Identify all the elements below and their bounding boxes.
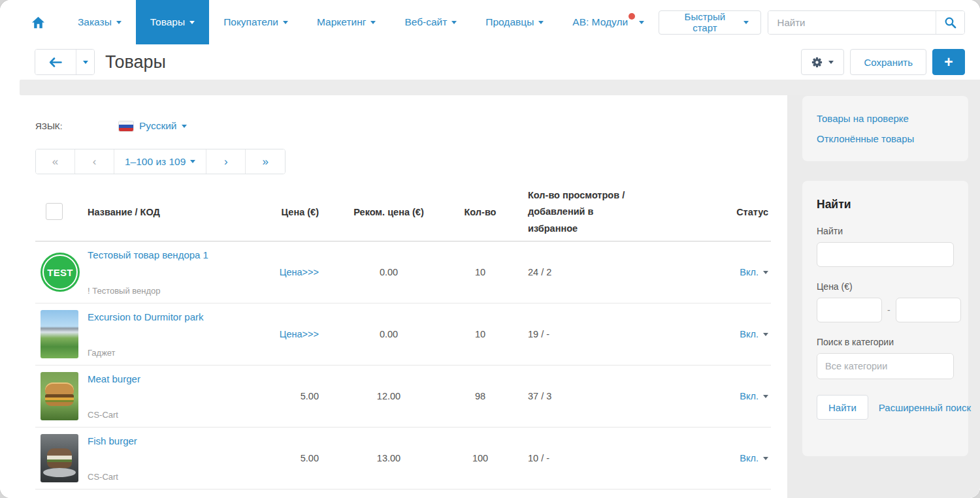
chevron-down-icon (763, 457, 768, 460)
price-to-input[interactable] (896, 298, 961, 322)
advanced-search-link[interactable]: Расширенный поиск (879, 402, 971, 413)
back-dropdown-button[interactable] (76, 50, 94, 74)
product-price[interactable]: Цена>>> (280, 267, 319, 277)
nav-menu-item[interactable]: Товары (136, 0, 209, 44)
top-search (768, 10, 965, 35)
sidebar-link[interactable]: Товары на проверке (817, 113, 954, 124)
chevron-down-icon (116, 21, 122, 24)
product-views: 19 / - (528, 329, 549, 339)
product-row: Excursion to Durmitor park Гаджет Цена>>… (35, 303, 771, 366)
product-views: 24 / 2 (528, 267, 551, 277)
status-value: Вкл. (740, 329, 759, 339)
product-thumbnail[interactable] (41, 310, 78, 358)
chevron-down-icon (83, 61, 88, 64)
product-thumbnail[interactable]: TEST (41, 253, 80, 292)
back-arrow-icon (49, 57, 62, 67)
chevron-down-icon (190, 160, 195, 163)
product-name-link[interactable]: Excursion to Durmitor park (88, 311, 269, 324)
header-name[interactable]: Название / КОД (88, 203, 276, 221)
status-value: Вкл. (740, 453, 759, 463)
category-input[interactable] (817, 354, 954, 379)
search-panel-title: Найти (817, 198, 954, 211)
app-window: Заказы Товары Покупатели Маркетинг Веб-с… (0, 0, 980, 498)
product-thumbnail[interactable] (41, 372, 78, 420)
select-all-checkbox[interactable] (46, 203, 63, 220)
header-views: Кол-во просмотров / добавлений в избранн… (502, 183, 644, 241)
price-range-row: - (817, 298, 954, 322)
products-main: ЯЗЫК: Русский « ‹ 1–100 из 109 › » (0, 95, 787, 490)
pagination-last-button[interactable]: » (246, 149, 285, 174)
nav-menu-item[interactable]: АВ: Модули (558, 0, 659, 44)
chevron-down-icon (828, 61, 834, 64)
product-vendor: ! Тестовый вендор (88, 286, 269, 296)
header-price[interactable]: Цена (€) (276, 203, 319, 221)
product-name-link[interactable]: Fish burger (88, 435, 269, 448)
chevron-down-icon (639, 21, 644, 24)
top-navigation: Заказы Товары Покупатели Маркетинг Веб-с… (0, 0, 980, 44)
pagination-next-button[interactable]: › (206, 149, 246, 174)
product-name-link[interactable]: Тестовый товар вендора 1 (88, 249, 269, 262)
product-quantity: 10 (475, 329, 485, 339)
products-table-header: Название / КОД Цена (€) Реком. цена (€) … (35, 183, 771, 241)
product-price[interactable]: Цена>>> (280, 329, 319, 339)
chevron-down-icon (189, 21, 195, 24)
topnav-right: Быстрый старт (659, 0, 980, 44)
chevron-down-icon (370, 21, 376, 24)
add-product-button[interactable]: + (932, 49, 965, 75)
product-name-link[interactable]: Meat burger (88, 373, 269, 386)
language-dropdown[interactable]: Русский (119, 120, 187, 132)
status-dropdown[interactable]: Вкл. (740, 453, 768, 463)
nav-menu-item[interactable]: Маркетинг (302, 0, 390, 44)
thumbnail-text: TEST (41, 253, 80, 292)
pagination-first-button[interactable]: « (36, 149, 75, 174)
page-toolbar: Товары Сохранить + (0, 44, 980, 80)
pagination-range-label: 1–100 из 109 (125, 156, 186, 168)
right-sidebar: Товары на проверкеОтклонённые товары Най… (787, 80, 980, 498)
pagination-range-dropdown[interactable]: 1–100 из 109 (114, 149, 206, 174)
content-divider-strip (20, 80, 960, 95)
settings-gear-button[interactable] (801, 49, 844, 75)
price-from-input[interactable] (817, 298, 882, 322)
header-qty[interactable]: Кол-во (459, 203, 502, 221)
nav-menu-item[interactable]: Продавцы (471, 0, 558, 44)
save-button[interactable]: Сохранить (850, 49, 926, 75)
back-button[interactable] (35, 50, 76, 74)
product-quantity: 98 (475, 391, 485, 401)
home-button[interactable] (22, 0, 54, 44)
chevron-down-icon (763, 395, 768, 398)
product-quantity: 100 (472, 453, 488, 463)
status-dropdown[interactable]: Вкл. (740, 267, 768, 277)
search-keyword-input[interactable] (817, 242, 954, 267)
chevron-down-icon (763, 333, 768, 336)
sidebar-link[interactable]: Отклонённые товары (817, 133, 954, 144)
products-table-body: TEST Тестовый товар вендора 1 ! Тестовый… (35, 241, 771, 490)
product-rec-price: 12.00 (377, 391, 400, 401)
search-submit-button[interactable]: Найти (817, 395, 868, 420)
quick-links-panel: Товары на проверкеОтклонённые товары (802, 96, 968, 161)
search-icon (944, 16, 956, 29)
chevron-down-icon (283, 21, 288, 24)
search-panel: Найти Найти Цена (€) - Поиск в категории (802, 181, 968, 456)
product-quantity: 10 (475, 267, 485, 277)
nav-menu-item[interactable]: Веб-сайт (390, 0, 471, 44)
search-button[interactable] (936, 11, 964, 34)
header-rec-price[interactable]: Реком. цена (€) (319, 203, 459, 221)
nav-menu-item[interactable]: Заказы (63, 0, 136, 44)
pagination-prev-button[interactable]: ‹ (75, 149, 114, 174)
status-dropdown[interactable]: Вкл. (740, 391, 768, 401)
product-thumbnail[interactable] (41, 434, 78, 482)
chevron-down-icon (743, 21, 749, 24)
chevron-down-icon (451, 21, 457, 24)
status-dropdown[interactable]: Вкл. (740, 329, 768, 339)
nav-menu-item[interactable]: Покупатели (209, 0, 302, 44)
quick-start-button[interactable]: Быстрый старт (659, 10, 760, 35)
gear-icon (811, 57, 823, 68)
product-vendor: CS-Cart (88, 472, 269, 482)
header-status: Статус (685, 203, 771, 221)
top-search-input[interactable] (768, 11, 936, 34)
price-filter-label: Цена (€) (817, 281, 954, 292)
chevron-down-icon (538, 21, 544, 24)
product-row: TEST Тестовый товар вендора 1 ! Тестовый… (35, 241, 771, 303)
back-button-group (35, 49, 95, 75)
price-range-separator: - (887, 305, 890, 315)
